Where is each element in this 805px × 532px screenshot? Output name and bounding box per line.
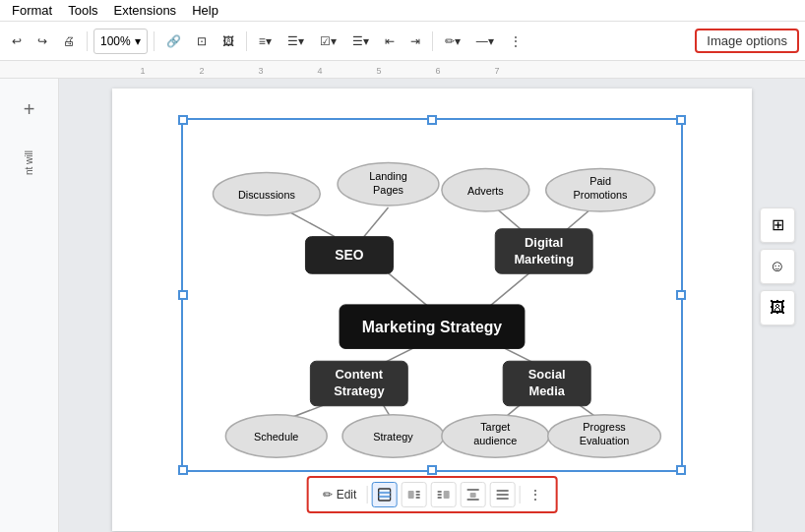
link-button[interactable]: 🔗 [160,28,187,55]
svg-text:Pages: Pages [373,184,403,196]
svg-text:Media: Media [528,384,565,398]
ruler-mark-1: 1 [113,66,172,76]
float-image-button[interactable]: 🖼 [760,290,795,325]
insert-drawing-button[interactable]: 🖼 [217,28,240,55]
edit-icon: ✏ [323,488,333,502]
main-area: + nt will [0,79,805,532]
svg-text:Digital: Digital [525,235,563,250]
toolbar-sep-1 [87,31,88,51]
svg-text:Paid: Paid [589,175,611,187]
edit-button[interactable]: ✏ Edit [317,486,363,503]
line-button[interactable]: —▾ [470,28,500,55]
svg-text:Evaluation: Evaluation [580,435,630,446]
image-options-button[interactable]: Image options [695,29,799,53]
menubar: Format Tools Extensions Help [0,0,805,22]
left-sidebar: + nt will [0,79,59,532]
redo-button[interactable]: ↪ [31,28,53,55]
wrap-break-right-button[interactable] [430,482,456,507]
wrap-break-both-button[interactable] [460,482,485,507]
ruler: 1 2 3 4 5 6 7 [0,61,805,79]
menu-tools[interactable]: Tools [60,1,105,20]
add-page-button[interactable]: + [24,98,35,121]
svg-rect-58 [469,493,475,498]
toolbar: ↩ ↪ 🖨 100% ▾ 🔗 ⊡ 🖼 ≡▾ ☰▾ ☑▾ ☰▾ ⇤ ⇥ ✏▾ —▾… [0,22,805,61]
outdent-button[interactable]: ⇤ [379,28,401,55]
wrap-inline-button[interactable] [371,482,397,507]
list-button[interactable]: ☰▾ [281,28,310,55]
edit-label: Edit [337,488,357,502]
float-add-icon: ⊞ [772,215,784,234]
indent-button[interactable]: ⇥ [404,28,426,55]
svg-rect-46 [378,489,390,501]
svg-rect-49 [407,491,413,499]
wrap-break-left-button[interactable] [401,482,426,507]
undo-button[interactable]: ↩ [6,28,28,55]
menu-extensions[interactable]: Extensions [106,1,185,20]
handle-tm[interactable] [427,115,437,125]
toolbar-sep-4 [432,31,433,51]
svg-text:Strategy: Strategy [334,384,385,398]
ruler-mark-6: 6 [408,66,467,76]
sidebar-note: nt will [24,150,34,175]
toolbar-sep-2 [154,31,155,51]
svg-text:Marketing: Marketing [514,252,574,266]
zoom-arrow: ▾ [135,34,141,48]
svg-rect-53 [443,491,449,499]
columns-button[interactable]: ⋮ [504,28,527,55]
float-add-button[interactable]: ⊞ [760,207,795,243]
handle-tl[interactable] [178,115,188,125]
svg-text:audience: audience [473,435,517,446]
svg-text:Landing: Landing [369,170,407,182]
wrap-none-button[interactable] [489,482,515,507]
handle-bl[interactable] [178,465,188,475]
zoom-value: 100% [100,34,131,48]
more-options-button[interactable]: ⋮ [524,486,547,503]
float-emoji-icon: ☺ [770,258,785,275]
svg-text:Target: Target [480,421,510,433]
handle-bm[interactable] [427,465,437,475]
ruler-mark-7: 7 [467,66,526,76]
svg-text:Strategy: Strategy [373,431,413,443]
ruler-mark-3: 3 [231,66,290,76]
checklist-button[interactable]: ☑▾ [314,28,342,55]
handle-tr[interactable] [676,115,686,125]
ruler-mark-5: 5 [349,66,408,76]
ruler-mark-2: 2 [172,66,231,76]
canvas-area[interactable]: Marketing Strategy SEO Digital Marketing… [59,79,805,532]
ruler-mark-4: 4 [290,66,349,76]
more-icon: ⋮ [529,488,541,502]
svg-text:SEO: SEO [335,247,363,263]
toolbar-sep-3 [246,31,247,51]
format-paint-button[interactable]: ✏▾ [439,28,466,55]
indent-list-button[interactable]: ☰▾ [346,28,375,55]
right-float-panel: ⊞ ☺ 🖼 [760,207,795,325]
svg-text:Adverts: Adverts [467,185,504,197]
svg-text:Progress: Progress [583,421,626,433]
document-page: Marketing Strategy SEO Digital Marketing… [112,89,752,531]
handle-ml[interactable] [178,290,188,300]
handle-mr[interactable] [676,290,686,300]
print-button[interactable]: 🖨 [57,28,81,55]
diagram-svg: Marketing Strategy SEO Digital Marketing… [183,120,681,470]
menu-help[interactable]: Help [184,1,226,20]
insert-image-button[interactable]: ⊡ [191,28,213,55]
svg-text:Schedule: Schedule [254,431,298,443]
align-button[interactable]: ≡▾ [253,28,278,55]
img-tb-sep-1 [366,486,367,503]
zoom-control[interactable]: 100% ▾ [93,29,148,54]
menu-format[interactable]: Format [4,1,60,20]
svg-text:Discussions: Discussions [238,189,296,201]
diagram-container[interactable]: Marketing Strategy SEO Digital Marketing… [181,118,683,472]
float-emoji-button[interactable]: ☺ [760,249,795,284]
svg-text:Social: Social [528,367,566,382]
image-toolbar: ✏ Edit [307,476,558,513]
svg-text:Marketing Strategy: Marketing Strategy [362,319,503,335]
img-tb-sep-2 [519,486,520,503]
float-image-icon: 🖼 [770,299,785,317]
svg-text:Promotions: Promotions [574,189,628,201]
svg-text:Content: Content [336,367,384,382]
handle-br[interactable] [676,465,686,475]
